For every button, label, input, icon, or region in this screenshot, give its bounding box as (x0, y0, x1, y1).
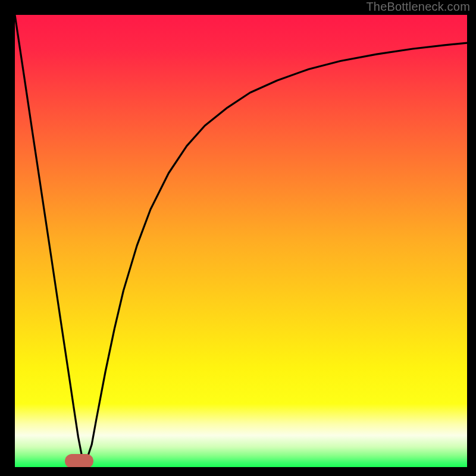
watermark-text: TheBottleneck.com (366, 0, 470, 14)
curve-line (15, 15, 467, 461)
curve-layer (15, 15, 467, 467)
minimum-marker (65, 454, 93, 467)
chart-frame: TheBottleneck.com (0, 0, 476, 476)
plot-area (15, 15, 467, 467)
